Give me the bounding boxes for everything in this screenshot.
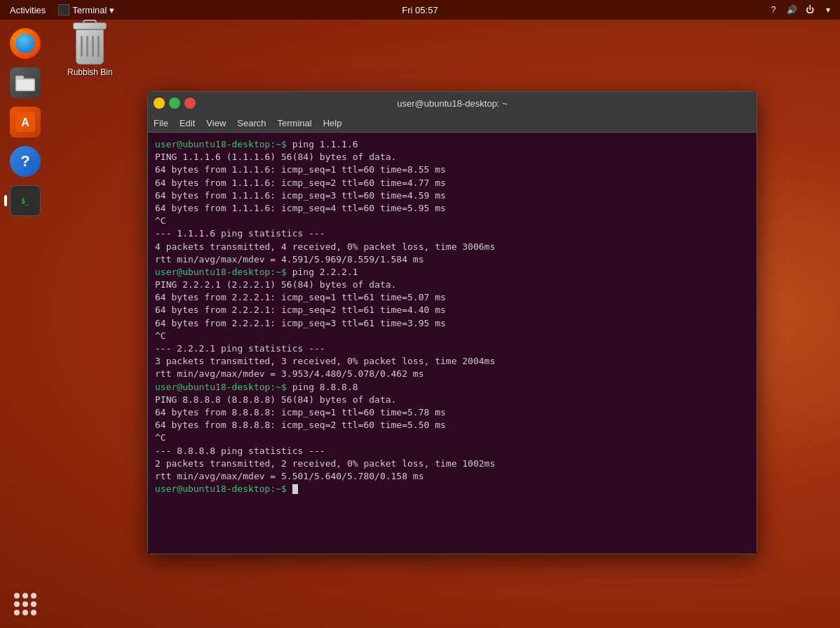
dock-item-files[interactable]	[8, 66, 42, 100]
svg-text:A: A	[21, 116, 29, 128]
clock: Fri 05:57	[402, 5, 438, 15]
help-tray-icon: ?	[767, 4, 780, 16]
output-line: 64 bytes from 8.8.8.8: icmp_seq=1 ttl=60…	[155, 406, 750, 419]
terminal-menu-icon: _	[58, 4, 69, 15]
maximize-button[interactable]: +	[169, 98, 180, 109]
output-line: rtt min/avg/max/mdev = 4.591/5.969/8.559…	[155, 253, 750, 266]
firefox-icon	[10, 28, 41, 59]
dock-item-firefox[interactable]	[8, 27, 42, 60]
menu-search[interactable]: Search	[237, 118, 266, 128]
prompt-text: user@ubuntu18-desktop:~$	[155, 382, 292, 392]
prompt-text: user@ubuntu18-desktop:~$	[155, 483, 292, 494]
terminal-dock-icon: $_	[10, 185, 41, 216]
ctrl-c-text: ^C	[155, 215, 750, 227]
dock-item-software[interactable]: A	[8, 105, 42, 139]
menu-terminal[interactable]: Terminal	[278, 118, 312, 128]
window-title: user@ubuntu18-desktop: ~	[397, 98, 507, 109]
dock-item-terminal[interactable]: $_	[8, 184, 42, 218]
output-line: 4 packets transmitted, 4 received, 0% pa…	[155, 241, 750, 253]
terminal-content[interactable]: user@ubuntu18-desktop:~$ ping 1.1.1.6PIN…	[148, 133, 757, 554]
software-icon: A	[10, 107, 41, 138]
activities-button[interactable]: Activities	[6, 4, 50, 17]
output-line: 64 bytes from 2.2.2.1: icmp_seq=2 ttl=61…	[155, 304, 750, 316]
ctrl-c-text: ^C	[155, 432, 750, 444]
power-tray-icon: ⏻	[804, 4, 816, 16]
desktop: Activities _ Terminal ▾ Fri 05:57 ? 🔊 ⏻ …	[0, 0, 840, 628]
output-line: 64 bytes from 8.8.8.8: icmp_seq=2 ttl=60…	[155, 419, 750, 432]
cursor	[292, 484, 298, 494]
close-button[interactable]: ×	[184, 98, 196, 109]
terminal-window: − + × user@ubuntu18-desktop: ~ File Edit…	[147, 91, 757, 554]
apps-grid-button[interactable]	[8, 587, 42, 621]
output-line: 64 bytes from 2.2.2.1: icmp_seq=1 ttl=61…	[155, 291, 750, 304]
output-line: 64 bytes from 1.1.1.6: icmp_seq=2 ttl=60…	[155, 177, 750, 189]
output-line: --- 2.2.2.1 ping statistics ---	[155, 342, 750, 355]
top-panel: Activities _ Terminal ▾ Fri 05:57 ? 🔊 ⏻ …	[0, 0, 840, 20]
command-text: ping 1.1.1.6	[292, 139, 358, 149]
terminal-dropdown-icon: ▾	[109, 5, 114, 15]
output-line: --- 8.8.8.8 ping statistics ---	[155, 445, 750, 457]
title-bar: − + × user@ubuntu18-desktop: ~	[148, 92, 757, 114]
window-controls: − + ×	[154, 98, 196, 109]
volume-tray-icon: 🔊	[785, 4, 798, 16]
bin-icon	[70, 20, 109, 65]
bin-body	[76, 29, 104, 65]
terminal-icon-text: $_	[21, 197, 29, 205]
apps-grid-icon	[14, 593, 36, 615]
output-line: 3 packets transmitted, 3 received, 0% pa…	[155, 355, 750, 368]
output-line: rtt min/avg/max/mdev = 5.501/5.640/5.780…	[155, 470, 750, 483]
menu-view[interactable]: View	[206, 118, 226, 128]
output-line: 64 bytes from 1.1.1.6: icmp_seq=4 ttl=60…	[155, 202, 750, 215]
output-line: --- 1.1.1.6 ping statistics ---	[155, 227, 750, 240]
output-line: rtt min/avg/max/mdev = 3.953/4.480/5.078…	[155, 368, 750, 380]
top-panel-left: Activities _ Terminal ▾	[6, 4, 114, 17]
output-line: 64 bytes from 2.2.2.1: icmp_seq=3 ttl=61…	[155, 317, 750, 330]
menu-edit[interactable]: Edit	[179, 118, 195, 128]
ctrl-c-text: ^C	[155, 330, 750, 342]
output-line: 2 packets transmitted, 2 received, 0% pa…	[155, 457, 750, 470]
system-tray: ? 🔊 ⏻ ▾	[767, 4, 834, 16]
minimize-button[interactable]: −	[154, 98, 165, 109]
output-line: 64 bytes from 1.1.1.6: icmp_seq=3 ttl=60…	[155, 189, 750, 202]
terminal-app-menu[interactable]: _ Terminal ▾	[58, 4, 114, 15]
bin-label: Rubbish Bin	[67, 67, 113, 77]
command-text: ping 2.2.2.1	[292, 267, 358, 277]
prompt-text: user@ubuntu18-desktop:~$	[155, 267, 292, 277]
output-line: PING 8.8.8.8 (8.8.8.8) 56(84) bytes of d…	[155, 394, 750, 406]
svg-rect-4	[16, 79, 34, 91]
dock: A ? $_	[0, 20, 50, 628]
menu-help[interactable]: Help	[323, 118, 342, 128]
command-text: ping 8.8.8.8	[292, 382, 358, 392]
help-icon: ?	[10, 146, 41, 177]
menu-bar: File Edit View Search Terminal Help	[148, 114, 757, 133]
files-icon	[10, 67, 41, 98]
menu-file[interactable]: File	[154, 118, 168, 128]
bin-lid	[73, 22, 107, 29]
tray-dropdown-icon: ▾	[822, 4, 834, 16]
output-line: PING 1.1.1.6 (1.1.1.6) 56(84) bytes of d…	[155, 151, 750, 163]
prompt-text: user@ubuntu18-desktop:~$	[155, 139, 292, 149]
dock-item-help[interactable]: ?	[8, 145, 42, 178]
output-line: 64 bytes from 1.1.1.6: icmp_seq=1 ttl=60…	[155, 163, 750, 176]
output-line: PING 2.2.2.1 (2.2.2.1) 56(84) bytes of d…	[155, 279, 750, 291]
rubbish-bin[interactable]: Rubbish Bin	[67, 20, 113, 77]
terminal-app-label: Terminal	[72, 5, 107, 15]
